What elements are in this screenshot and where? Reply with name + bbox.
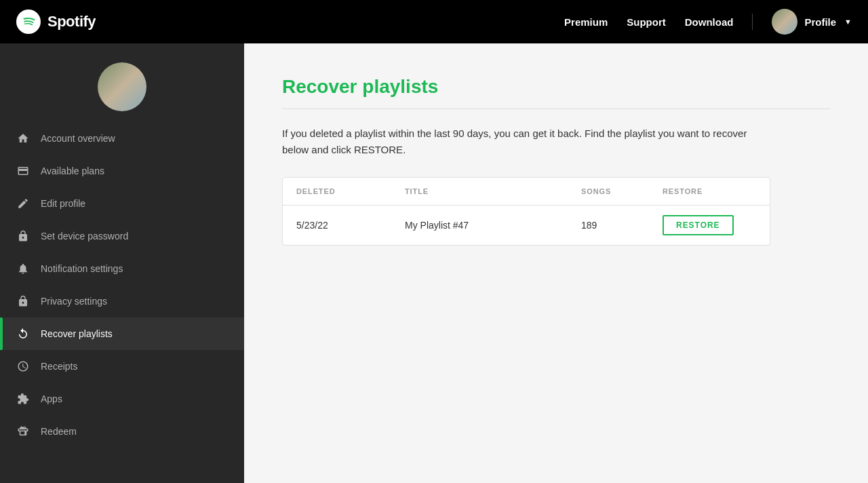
sidebar-item-apps[interactable]: Apps (0, 383, 244, 415)
table-header: DELETED TITLE SONGS RESTORE (283, 178, 770, 206)
sidebar-label-set-device-password: Set device password (41, 231, 128, 242)
lock2-icon (16, 294, 30, 308)
sidebar-avatar-image (98, 62, 146, 111)
sidebar-item-notification-settings[interactable]: Notification settings (0, 252, 244, 285)
sidebar-label-privacy-settings: Privacy settings (41, 296, 107, 307)
col-deleted: DELETED (296, 187, 405, 195)
main-body: Account overview Available plans Edit pr… (0, 43, 868, 483)
cell-songs: 189 (581, 220, 663, 231)
sidebar-label-apps: Apps (41, 393, 62, 404)
col-songs: SONGS (581, 187, 663, 195)
profile-label: Profile (804, 16, 836, 28)
sidebar-item-recover-playlists[interactable]: Recover playlists (0, 317, 244, 350)
sidebar-nav: Account overview Available plans Edit pr… (0, 122, 244, 448)
col-title: TITLE (405, 187, 581, 195)
page-description: If you deleted a playlist within the las… (282, 125, 757, 158)
page-title: Recover playlists (282, 76, 830, 98)
avatar-image (772, 9, 797, 35)
sidebar: Account overview Available plans Edit pr… (0, 43, 244, 483)
gift-icon (16, 425, 30, 438)
table-row: 5/23/22 My Playlist #47 189 RESTORE (283, 206, 770, 245)
download-link[interactable]: Download (685, 16, 734, 28)
sidebar-label-receipts: Receipts (41, 361, 77, 372)
sidebar-label-account-overview: Account overview (41, 133, 115, 144)
sidebar-label-edit-profile: Edit profile (41, 198, 85, 209)
sidebar-item-privacy-settings[interactable]: Privacy settings (0, 285, 244, 317)
sidebar-item-set-device-password[interactable]: Set device password (0, 220, 244, 252)
sidebar-item-receipts[interactable]: Receipts (0, 350, 244, 383)
card-icon (16, 164, 30, 178)
spotify-logo[interactable]: Spotify (16, 9, 96, 34)
svg-point-0 (16, 9, 41, 34)
support-link[interactable]: Support (627, 16, 666, 28)
avatar (772, 9, 797, 35)
lock-icon (16, 229, 30, 243)
cell-restore: RESTORE (663, 215, 770, 235)
col-restore: RESTORE (663, 187, 770, 195)
sidebar-label-available-plans: Available plans (41, 166, 104, 176)
cell-title: My Playlist #47 (405, 220, 581, 231)
sidebar-label-redeem: Redeem (41, 426, 77, 437)
pen-icon (16, 197, 30, 210)
sidebar-avatar-wrap (0, 49, 244, 122)
nav-divider (752, 14, 753, 30)
profile-button[interactable]: Profile ▼ (772, 9, 852, 35)
sidebar-avatar (98, 62, 146, 111)
puzzle-icon (16, 392, 30, 406)
topnav-links: Premium Support Download Profile ▼ (564, 9, 852, 35)
premium-link[interactable]: Premium (564, 16, 608, 28)
refresh-icon (16, 327, 30, 341)
sidebar-item-redeem[interactable]: Redeem (0, 415, 244, 448)
chevron-down-icon: ▼ (844, 18, 852, 26)
clock-icon (16, 360, 30, 373)
restore-button[interactable]: RESTORE (663, 215, 734, 235)
title-divider (282, 109, 830, 109)
cell-deleted-date: 5/23/22 (296, 220, 405, 231)
sidebar-item-available-plans[interactable]: Available plans (0, 155, 244, 187)
bell-icon (16, 262, 30, 275)
playlists-table: DELETED TITLE SONGS RESTORE 5/23/22 My P… (282, 177, 770, 246)
sidebar-label-recover-playlists: Recover playlists (41, 328, 113, 339)
sidebar-item-account-overview[interactable]: Account overview (0, 122, 244, 155)
home-icon (16, 132, 30, 145)
top-navigation: Spotify Premium Support Download Profile… (0, 0, 868, 43)
spotify-name: Spotify (47, 13, 96, 31)
sidebar-label-notification-settings: Notification settings (41, 263, 123, 274)
content-area: Recover playlists If you deleted a playl… (244, 43, 868, 483)
sidebar-item-edit-profile[interactable]: Edit profile (0, 187, 244, 220)
spotify-icon (16, 9, 41, 34)
